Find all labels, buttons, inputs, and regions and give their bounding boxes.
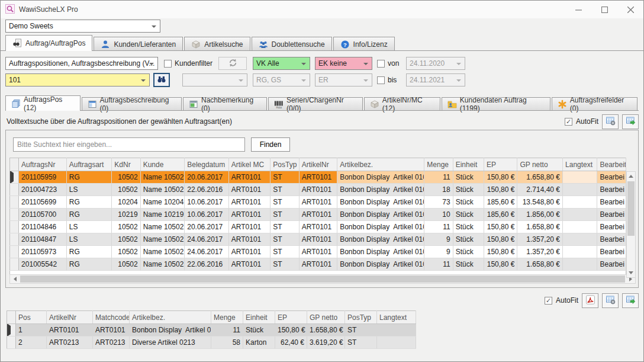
cell[interactable]: Name 10502 xyxy=(140,184,185,196)
column-header[interactable]: Matchcode xyxy=(93,311,130,324)
cell[interactable]: Bonbon Display Artikel 0101 xyxy=(337,209,424,221)
table-row[interactable]: 201105699RG10204Name 1020410.06.2017ART0… xyxy=(10,196,626,209)
cell[interactable]: Bonbon Display Artikel 0101 xyxy=(337,221,424,233)
cell[interactable]: 11 xyxy=(424,258,453,271)
search-scope-select[interactable]: Auftragspositionen, Auftragsbeschreibung… xyxy=(5,57,158,70)
cell[interactable]: 2 xyxy=(16,337,47,349)
cell[interactable]: 10.06.2017 xyxy=(185,209,229,221)
tab-auftrag-auftragpos[interactable]: Auftrag/AuftragPos xyxy=(5,35,92,51)
cell[interactable]: ART0101 xyxy=(228,233,271,246)
cell[interactable]: ST xyxy=(345,324,377,337)
cell[interactable]: Stück xyxy=(453,246,484,258)
cell[interactable]: 10 xyxy=(424,209,453,221)
cell[interactable] xyxy=(563,196,597,209)
pdf-export-button[interactable] xyxy=(582,293,598,308)
cell[interactable]: 1.658,80 € xyxy=(307,324,345,337)
search-execute-button[interactable] xyxy=(153,73,170,87)
column-header[interactable]: Auftragsart xyxy=(66,158,112,171)
cell[interactable]: Stück xyxy=(453,184,484,196)
cell[interactable]: 1.357,20 € xyxy=(517,246,563,258)
cell[interactable]: 10502 xyxy=(112,246,140,258)
tab-doublettensuche[interactable]: Doublettensuche xyxy=(252,37,332,51)
cell[interactable]: RG xyxy=(66,258,112,271)
cell[interactable]: 150,80 € xyxy=(484,221,517,233)
cell[interactable]: ST xyxy=(271,184,299,196)
cell[interactable] xyxy=(563,221,597,233)
column-header[interactable]: ArtikelNr xyxy=(299,158,337,171)
cell[interactable]: Name 10204 xyxy=(140,196,185,209)
autofit-checkbox-top[interactable]: ✓ xyxy=(565,118,572,126)
subtab-nachbemerkung[interactable]: Nachbemerkung (0) xyxy=(183,97,267,111)
cell[interactable]: 1.658,80 € xyxy=(517,258,563,271)
cell[interactable]: 201004723 xyxy=(19,184,67,196)
cell[interactable]: ART0101 xyxy=(228,246,271,258)
cell[interactable]: Bonbon Display Artikel 0101 xyxy=(337,258,424,271)
column-header[interactable]: PosTyp xyxy=(345,311,377,324)
vertical-scrollbar[interactable] xyxy=(626,171,636,278)
cell[interactable]: ST xyxy=(271,246,299,258)
column-header[interactable]: Einheit xyxy=(453,158,484,171)
cell[interactable]: Name 10502 xyxy=(140,171,185,184)
cell[interactable] xyxy=(377,337,416,349)
cell[interactable]: RG xyxy=(66,246,112,258)
cell[interactable]: 10.06.2017 xyxy=(185,196,229,209)
cell[interactable]: ST xyxy=(345,337,377,349)
cell[interactable]: RG xyxy=(66,171,112,184)
grid-export-button-bottom[interactable] xyxy=(622,293,639,308)
cell[interactable]: 22.06.2016 xyxy=(185,184,229,196)
cell[interactable]: 201104846 xyxy=(19,221,67,233)
cell[interactable]: 11 xyxy=(211,324,243,337)
cell[interactable]: 185,60 € xyxy=(484,196,517,209)
close-button[interactable] xyxy=(617,1,643,18)
cell[interactable]: ART0101 xyxy=(299,258,337,271)
cell[interactable]: 3.619,20 € xyxy=(307,337,345,349)
subtab-kundendaten-auftrag[interactable]: Kundendaten Auftrag (1199) xyxy=(442,97,550,111)
cell[interactable]: Bonbon Display Artikel 0101 xyxy=(337,196,424,209)
column-header[interactable]: Langtext xyxy=(563,158,597,171)
scroll-left-button[interactable] xyxy=(10,275,20,283)
cell[interactable]: Stück xyxy=(453,233,484,246)
cell[interactable]: 2.714,40 € xyxy=(517,184,563,196)
auftragsarten-select[interactable]: RG, GS xyxy=(253,73,310,87)
cell[interactable]: 9 xyxy=(424,246,453,258)
cell[interactable]: 18 xyxy=(424,184,453,196)
cell[interactable]: Bearbei xyxy=(597,221,626,233)
horizontal-scroll-thumb[interactable] xyxy=(20,275,625,283)
column-header[interactable]: AuftragsNr xyxy=(19,158,67,171)
cell[interactable]: ART0101 xyxy=(299,171,337,184)
table-row[interactable]: 1ART0101ART0101Bonbon Display Artikel 01… xyxy=(7,324,416,337)
subtab-auftragsbeschreibung[interactable]: Auftragsbeschreibung (0) xyxy=(82,97,182,111)
cell[interactable]: 20.06.2017 xyxy=(185,171,229,184)
column-header[interactable]: Pos xyxy=(16,311,47,324)
cell[interactable]: ART0101 xyxy=(228,196,271,209)
cell[interactable]: Stück xyxy=(453,196,484,209)
cell[interactable]: ST xyxy=(271,171,299,184)
cell[interactable]: 10502 xyxy=(112,171,140,184)
cell[interactable]: 1.856,00 € xyxy=(517,209,563,221)
bis-checkbox[interactable] xyxy=(377,76,385,84)
cell[interactable]: ST xyxy=(271,221,299,233)
profile-select[interactable]: Demo Sweets xyxy=(5,20,160,33)
vk-filter-select[interactable]: VK Alle xyxy=(253,57,310,70)
cell[interactable]: ART0101 xyxy=(228,221,271,233)
maximize-button[interactable] xyxy=(591,1,617,18)
cell[interactable]: Stück xyxy=(453,209,484,221)
column-header[interactable]: GP netto xyxy=(517,158,563,171)
vertical-scroll-thumb[interactable] xyxy=(627,181,635,236)
cell[interactable]: 20.06.2017 xyxy=(185,221,229,233)
cell[interactable]: 201105973 xyxy=(19,246,67,258)
cell[interactable]: 9 xyxy=(424,233,453,246)
minimize-button[interactable] xyxy=(565,1,591,18)
cell[interactable]: 11 xyxy=(424,221,453,233)
cell[interactable]: Bearbei xyxy=(597,196,626,209)
column-header[interactable]: Menge xyxy=(211,311,243,324)
ek-filter-select[interactable]: EK keine xyxy=(315,57,372,70)
cell[interactable] xyxy=(563,233,597,246)
table-row[interactable]: 201004723LS10502Name 1050222.06.2016ART0… xyxy=(10,184,626,196)
cell[interactable]: ART0101 xyxy=(299,184,337,196)
cell[interactable]: Bonbon Display Artikel 0101 xyxy=(337,171,424,184)
cell[interactable]: Bonbon Display Artikel 0101 xyxy=(337,246,424,258)
cell[interactable]: 1.658,80 € xyxy=(517,221,563,233)
column-header[interactable]: Langtext xyxy=(377,311,416,324)
table-row[interactable]: 201005542RG10502Name 1050222.06.2016ART0… xyxy=(10,258,626,271)
